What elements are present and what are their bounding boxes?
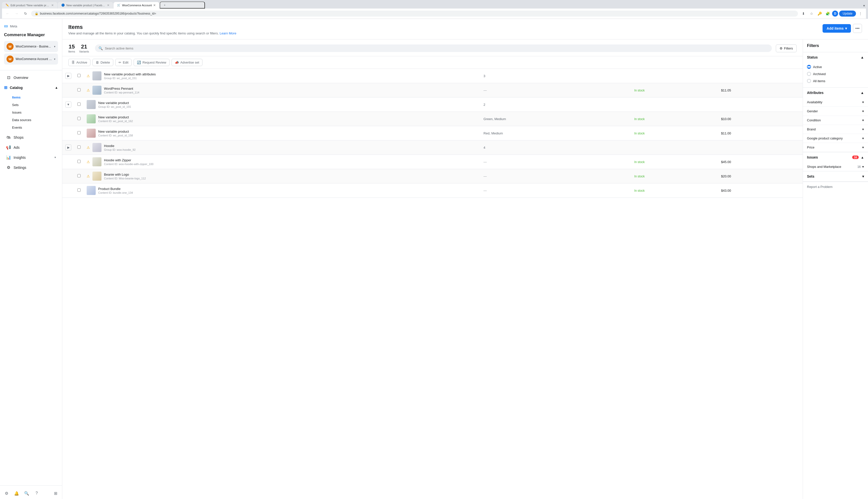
sidebar-item-ads[interactable]: 📢 Ads [2, 143, 60, 152]
stock-status: In stock [634, 175, 644, 178]
checkbox-cell [74, 112, 84, 126]
sidebar-item-label-shops: Shops [14, 135, 24, 139]
request-review-button[interactable]: 🔄 Request Review [134, 59, 170, 66]
filter-status-header[interactable]: Status ▲ [803, 52, 868, 62]
filter-condition[interactable]: Condition ▾ [803, 116, 868, 125]
filter-attributes-header[interactable]: Attributes ▲ [803, 88, 868, 98]
item-info: ⚠ Hoodie with Zipper Content ID: woo-hoo… [87, 157, 478, 166]
shop-icon: 🛍 [6, 135, 11, 140]
row-checkbox[interactable] [77, 160, 80, 163]
checkbox-cell [74, 69, 84, 83]
search-bar[interactable]: 🔍 [95, 45, 771, 52]
variants-count: 21 [79, 44, 89, 50]
search-footer-button[interactable]: 🔍 [22, 489, 31, 498]
filter-gender[interactable]: Gender ▾ [803, 107, 868, 116]
sidebar-item-shops[interactable]: 🛍 Shops [2, 133, 60, 142]
notifications-button[interactable]: 🔔 [12, 489, 21, 498]
expand-button[interactable]: ▶ [65, 145, 71, 150]
account-switcher-1[interactable]: W WooCommerce - Busine... ▾ [4, 41, 58, 52]
advertise-set-button[interactable]: 📣 Advertise set [172, 59, 202, 66]
browser-tab-2[interactable]: 🔵 New variable product | Facebo... ✕ [58, 2, 113, 9]
sidebar-item-insights[interactable]: 📊 Insights ▾ [2, 153, 60, 162]
browser-tab-1[interactable]: ✏️ Edit product *New variable pro... ✕ [2, 2, 57, 9]
add-items-button[interactable]: Add items ▾ [822, 24, 851, 33]
table-row: Product Bundle Content ID: bundle-one_13… [62, 183, 803, 198]
menu-button[interactable]: ⋮ [857, 10, 864, 17]
settings-footer-button[interactable]: ⚙ [2, 489, 11, 498]
checkbox-cell [74, 141, 84, 155]
learn-more-link[interactable]: Learn More [220, 32, 236, 35]
profile-button[interactable]: D [832, 11, 838, 16]
sidebar-item-data-sources[interactable]: Data sources [2, 116, 60, 124]
address-bar[interactable]: 🔒 business.facebook.com/commerce/catalog… [31, 11, 798, 16]
item-name-block: Product Bundle Content ID: bundle-one_13… [98, 187, 133, 194]
filter-sets-header[interactable]: Sets ▾ [803, 171, 868, 181]
row-checkbox[interactable] [77, 88, 80, 92]
sidebar-item-events[interactable]: Events [2, 124, 60, 131]
bookmark-button[interactable]: ☆ [808, 10, 815, 17]
password-button[interactable]: 🔑 [816, 10, 823, 17]
radio-all-items[interactable]: All items [807, 77, 864, 84]
expand-button[interactable]: ▶ [65, 73, 71, 79]
archive-button[interactable]: 🗄 Archive [68, 59, 90, 66]
radio-button-active[interactable] [807, 65, 811, 69]
radio-button-archived[interactable] [807, 72, 811, 76]
sidebar-item-overview[interactable]: ⊡ Overview [2, 73, 60, 82]
price-cell [718, 141, 803, 155]
row-checkbox[interactable] [77, 74, 80, 77]
tab-close-3[interactable]: ✕ [153, 3, 156, 7]
help-button[interactable]: ? [32, 489, 41, 498]
row-checkbox[interactable] [77, 145, 80, 149]
chevron-up-icon: ▲ [55, 86, 58, 89]
new-tab-button[interactable]: + [160, 1, 205, 9]
reload-button[interactable]: ↻ [22, 10, 29, 17]
sidebar-catalog-section: ⊞ Catalog ▲ Items Sets Issues Data sourc… [0, 83, 62, 132]
sidebar-item-sets[interactable]: Sets [2, 101, 60, 109]
sidebar-item-issues[interactable]: Issues [2, 109, 60, 116]
filters-button[interactable]: ⚙ Filters [776, 45, 797, 52]
radio-active[interactable]: Active [807, 63, 864, 70]
back-button[interactable]: ← [4, 10, 11, 17]
delete-button[interactable]: 🗑 Delete [92, 59, 113, 66]
radio-archived[interactable]: Archived [807, 70, 864, 77]
search-input[interactable] [105, 47, 768, 50]
browser-tab-3[interactable]: 🛒 WooCommerce Account ✕ [113, 2, 159, 9]
row-checkbox[interactable] [77, 102, 80, 106]
download-button[interactable]: ⬇ [800, 10, 807, 17]
row-checkbox[interactable] [77, 131, 80, 134]
row-checkbox[interactable] [77, 117, 80, 120]
tab-close-2[interactable]: ✕ [107, 3, 110, 7]
item-id: Content ID: wc_post_id_158 [98, 134, 133, 137]
issues-section-header[interactable]: Issues 16 ▲ [803, 152, 868, 162]
radio-button-all[interactable] [807, 79, 811, 83]
sidebar-item-catalog[interactable]: ⊞ Catalog ▲ [0, 83, 62, 93]
tab-list-button[interactable]: ▾ [862, 3, 866, 9]
shops-marketplace-count: 16 [857, 165, 861, 169]
filter-availability[interactable]: Availability ▾ [803, 98, 868, 107]
status-label: Status [807, 55, 818, 59]
row-checkbox[interactable] [77, 188, 80, 192]
sidebar-item-items[interactable]: Items [2, 94, 60, 101]
extensions-button[interactable]: 🧩 [824, 10, 831, 17]
table-row: New variable product Content ID: wc_post… [62, 112, 803, 126]
table-view-button[interactable]: ⊞ [51, 489, 60, 498]
sidebar-item-settings[interactable]: ⚙ Settings [2, 162, 60, 172]
filter-google-product-category[interactable]: Google product category ▾ [803, 134, 868, 143]
filter-price[interactable]: Price ▾ [803, 143, 868, 152]
account-switcher-2[interactable]: W WooCommerce Account (111... ▾ [4, 53, 58, 64]
expand-button[interactable]: ▼ [65, 101, 71, 108]
price-value: $10.00 [721, 117, 731, 121]
stock-cell [631, 69, 718, 83]
row-checkbox[interactable] [77, 174, 80, 178]
filter-shops-marketplace[interactable]: Shops and Marketplace 16 ▾ [803, 162, 868, 171]
report-problem-button[interactable]: Report a Problem [807, 185, 833, 189]
filter-brand[interactable]: Brand ▾ [803, 125, 868, 134]
update-button[interactable]: Update [839, 11, 856, 16]
forward-button[interactable]: → [13, 10, 20, 17]
tab-close-1[interactable]: ✕ [51, 3, 54, 7]
more-options-button[interactable]: ••• [853, 24, 862, 33]
stock-cell: In stock [631, 112, 718, 126]
search-icon: 🔍 [98, 46, 103, 50]
edit-button[interactable]: ✏ Edit [115, 59, 132, 66]
item-cell: New variable product Group ID: wc_post_i… [84, 97, 481, 112]
